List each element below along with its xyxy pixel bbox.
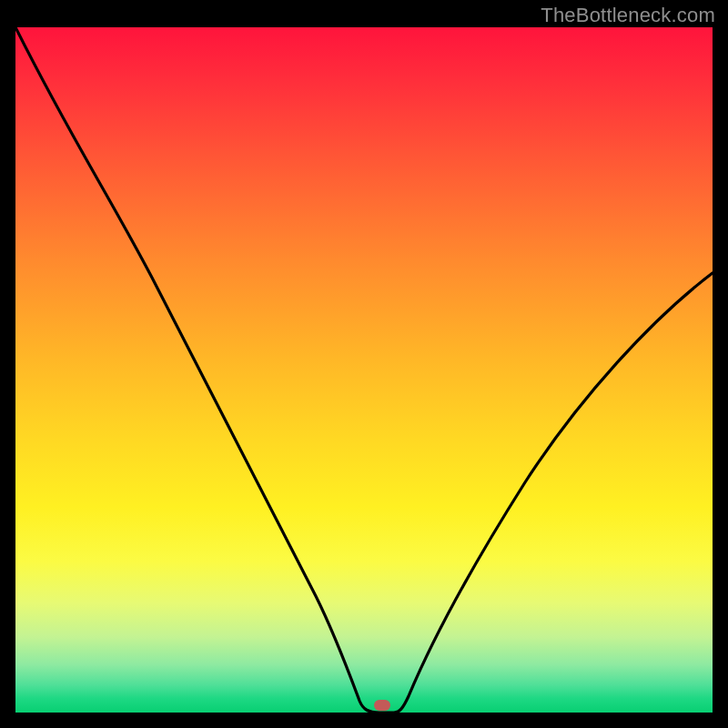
- minimum-marker: [374, 700, 390, 711]
- watermark-text: TheBottleneck.com: [541, 4, 715, 27]
- bottleneck-curve: [15, 27, 713, 713]
- chart-frame: TheBottleneck.com: [0, 0, 728, 728]
- curve-path: [15, 27, 713, 713]
- chart-plot-area: [15, 27, 713, 713]
